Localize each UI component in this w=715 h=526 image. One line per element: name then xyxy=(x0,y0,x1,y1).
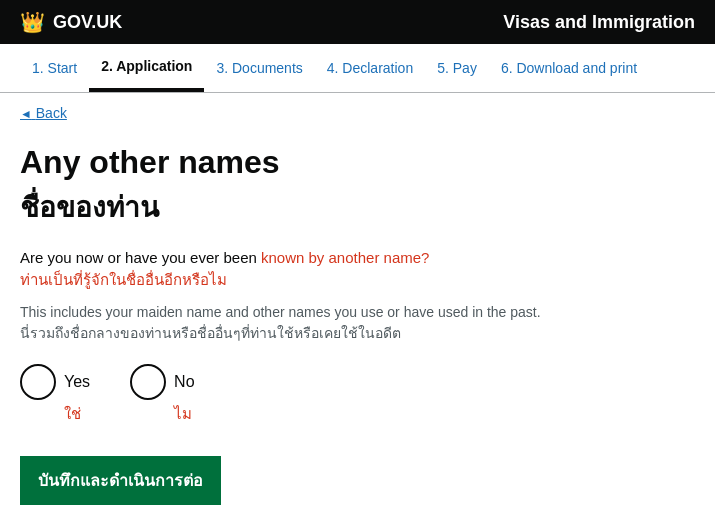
radio-label-yes-en: Yes xyxy=(64,373,90,391)
radio-option-no[interactable]: No ไม xyxy=(130,364,194,426)
nav-step-4[interactable]: 4. Declaration xyxy=(315,46,425,90)
submit-button[interactable]: บันทึกและดำเนินการต่อ xyxy=(20,456,221,505)
nav-step-5[interactable]: 5. Pay xyxy=(425,46,489,90)
question-en-prefix: Are you now or have you ever been xyxy=(20,249,261,266)
question-english: Are you now or have you ever been known … xyxy=(20,249,695,266)
hint-english: This includes your maiden name and other… xyxy=(20,304,695,320)
radio-inner-no xyxy=(142,376,154,388)
nav-step-1[interactable]: 1. Start xyxy=(20,46,89,90)
radio-label-yes-th: ใช่ xyxy=(64,402,81,426)
radio-group: Yes ใช่ No ไม xyxy=(20,364,695,426)
back-link[interactable]: ◄ Back xyxy=(20,105,67,121)
gov-logo: 👑 GOV.UK xyxy=(20,10,122,34)
crown-icon: 👑 xyxy=(20,10,45,34)
main-content: Any other names ชื่อของท่าน Are you now … xyxy=(0,133,715,526)
radio-inner-yes xyxy=(32,376,44,388)
nav-step-6[interactable]: 6. Download and print xyxy=(489,46,649,90)
nav-step-3[interactable]: 3. Documents xyxy=(204,46,314,90)
service-title: Visas and Immigration xyxy=(503,12,695,33)
step-navigation: 1. Start 2. Application 3. Documents 4. … xyxy=(0,44,715,93)
back-label: Back xyxy=(36,105,67,121)
back-arrow-icon: ◄ xyxy=(20,107,32,121)
radio-circle-no[interactable] xyxy=(130,364,166,400)
back-link-container: ◄ Back xyxy=(0,93,715,133)
radio-option-yes[interactable]: Yes ใช่ xyxy=(20,364,90,426)
radio-circle-yes[interactable] xyxy=(20,364,56,400)
gov-logo-text: GOV.UK xyxy=(53,12,122,33)
page-heading-thai: ชื่อของท่าน xyxy=(20,185,695,229)
hint-thai: นี่รวมถึงชื่อกลางของท่านหรือชื่ออื่นๆที่… xyxy=(20,322,695,344)
question-en-highlight: known by another name? xyxy=(261,249,429,266)
question-thai: ท่านเป็นที่รู้จักในชื่ออื่นอีกหรือไม xyxy=(20,268,695,292)
nav-step-2[interactable]: 2. Application xyxy=(89,44,204,92)
site-header: 👑 GOV.UK Visas and Immigration xyxy=(0,0,715,44)
radio-label-no-en: No xyxy=(174,373,194,391)
page-heading-english: Any other names xyxy=(20,143,695,181)
radio-label-no-th: ไม xyxy=(174,402,192,426)
